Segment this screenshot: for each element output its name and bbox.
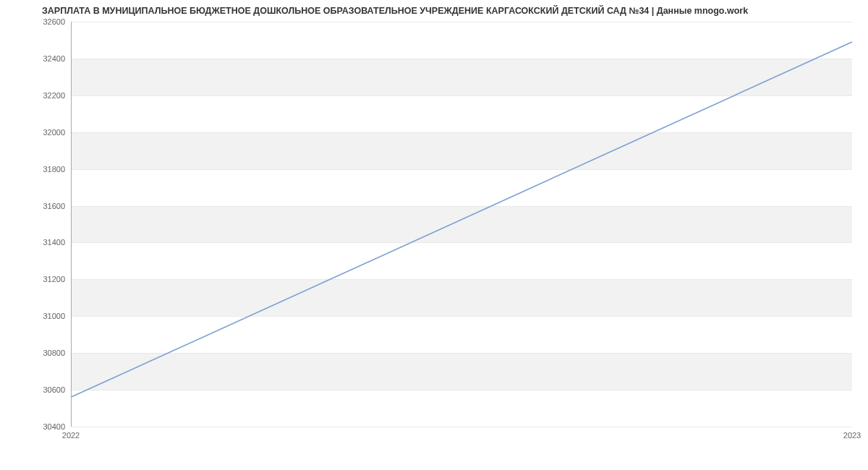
y-axis-line bbox=[71, 22, 72, 427]
y-tick-label: 31600 bbox=[43, 202, 65, 210]
chart-data-line bbox=[71, 42, 852, 397]
y-tick-label: 32200 bbox=[43, 91, 65, 100]
chart-title: ЗАРПЛАТА В МУНИЦИПАЛЬНОЕ БЮДЖЕТНОЕ ДОШКО… bbox=[42, 6, 748, 16]
grid-line bbox=[71, 427, 852, 427]
y-tick-label: 30800 bbox=[43, 349, 65, 357]
y-tick-label: 32600 bbox=[43, 17, 65, 26]
y-tick-label: 32000 bbox=[43, 128, 65, 137]
y-tick-label: 30600 bbox=[43, 385, 65, 394]
y-tick-label: 31800 bbox=[43, 165, 65, 174]
y-tick-label: 30400 bbox=[43, 422, 65, 431]
x-tick-label: 2023 bbox=[843, 431, 861, 440]
chart-line-svg bbox=[71, 22, 852, 427]
y-tick-label: 31000 bbox=[43, 312, 65, 320]
chart-plot-area bbox=[71, 22, 852, 427]
x-tick-label: 2022 bbox=[62, 431, 80, 440]
y-tick-label: 32400 bbox=[43, 54, 65, 63]
y-tick-label: 31400 bbox=[43, 238, 65, 247]
y-tick-label: 31200 bbox=[43, 275, 65, 283]
